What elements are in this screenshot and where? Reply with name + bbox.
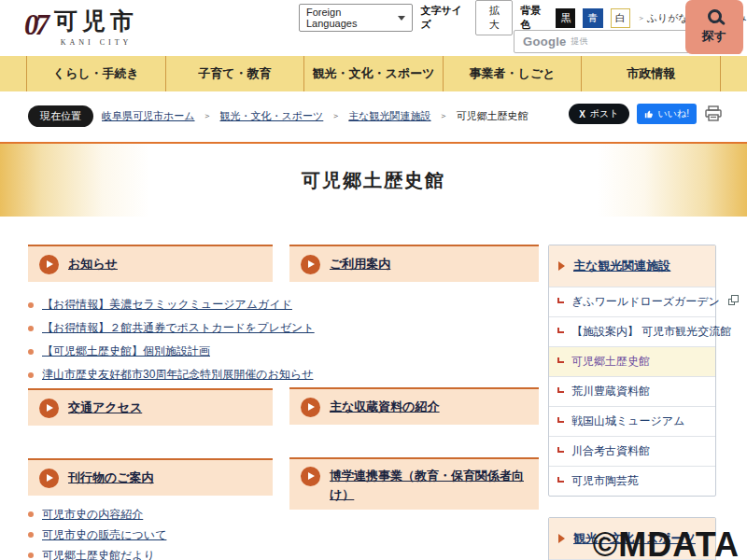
play-icon (39, 469, 59, 488)
section-guide-title[interactable]: ご利用案内 (330, 255, 390, 273)
print-button[interactable] (704, 105, 723, 122)
current-location-badge: 現在位置 (28, 105, 93, 127)
external-link-icon (728, 299, 735, 305)
news-link[interactable]: 【可児郷土歴史館】個別施設計画 (28, 340, 273, 363)
watermark: ©MDATA (593, 528, 740, 560)
sub-level-icon (557, 298, 564, 303)
sidebar-item-sengoku-museum[interactable]: 戦国山城ミュージアム (549, 406, 715, 436)
section-publications-title[interactable]: 刊行物のご案内 (68, 469, 154, 487)
breadcrumb-home-link[interactable]: 岐阜県可児市ホーム (102, 109, 195, 123)
nav-item-government[interactable]: 市政情報 (581, 56, 721, 91)
section-access-header[interactable]: 交通アクセス (28, 388, 273, 426)
play-icon (301, 255, 320, 274)
printer-icon (704, 105, 723, 122)
title-banner: 可児郷土歴史館 (0, 144, 747, 217)
open-search-label: 探す (702, 28, 726, 45)
search-icon (708, 9, 722, 23)
thumbs-up-icon (644, 109, 654, 119)
search-input[interactable]: Google 提供 (514, 30, 689, 53)
nav-item-business[interactable]: 事業者・しごと (443, 56, 582, 91)
publication-link[interactable]: 可児郷土歴史館だより (28, 545, 273, 560)
sidebar: 主な観光関連施設 ぎふワールドローズガーデン 【施設案内】 可児市観光交流館 可… (548, 217, 716, 560)
kani-city-logo-icon: 07 (24, 7, 46, 43)
breadcrumb-separator-icon: ＞ (331, 110, 340, 122)
sidebar-item-rose-garden[interactable]: ぎふワールドローズガーデン (549, 287, 715, 316)
bullet-circle-icon (28, 372, 34, 378)
section-collection-title[interactable]: 主な収蔵資料の紹介 (330, 398, 440, 416)
sub-level-icon (557, 357, 564, 363)
section-collection-header[interactable]: 主な収蔵資料の紹介 (289, 387, 539, 425)
breadcrumb: 現在位置 岐阜県可児市ホーム ＞ 観光・文化・スポーツ ＞ 主な観光関連施設 ＞… (28, 105, 529, 127)
news-links: 【お得情報】美濃セラミックミュージアムガイド 【お得情報】２館共通券でポストカー… (28, 293, 273, 386)
content-middle-column: ご利用案内 主な収蔵資料の紹介 博学連携事業（教育・保育関係者向け） (289, 217, 539, 510)
breadcrumb-separator-icon: ＞ (440, 110, 448, 122)
sidebar-facilities-box: 主な観光関連施設 ぎふワールドローズガーデン 【施設案内】 可児市観光交流館 可… (548, 245, 716, 497)
sidebar-item-tourism-center[interactable]: 【施設案内】 可児市観光交流館 (549, 316, 715, 346)
furigana-link[interactable]: ふりがな (638, 11, 689, 25)
triangle-right-icon (558, 261, 565, 271)
play-icon (39, 255, 59, 274)
foreign-languages-label: Foreign Languages (306, 7, 385, 29)
site-logo[interactable]: 07 可児市 KANI CITY (24, 7, 138, 47)
bg-blue-button[interactable]: 青 (583, 8, 602, 28)
bg-color-label: 背景色 (520, 4, 548, 32)
x-post-button[interactable]: X ポスト (569, 104, 628, 124)
bullet-circle-icon (28, 553, 34, 558)
bullet-circle-icon (28, 511, 34, 517)
site-header: 07 可児市 KANI CITY Foreign Languages 文字サイズ… (0, 0, 747, 56)
sub-level-icon (557, 417, 564, 423)
publication-links: 可児市史の内容紹介 可児市史の販売について 可児郷土歴史館だより (28, 504, 273, 560)
chevron-down-icon (398, 16, 405, 21)
enlarge-button[interactable]: 拡大 (475, 0, 513, 35)
bullet-circle-icon (28, 532, 34, 538)
global-nav: くらし・手続き 子育て・教育 観光・文化・スポーツ 事業者・しごと 市政情報 (0, 56, 747, 91)
section-news-header[interactable]: お知らせ (28, 245, 273, 282)
google-provided-label: 提供 (571, 35, 588, 48)
sidebar-item-history-museum[interactable]: 可児郷土歴史館 (549, 346, 715, 376)
breadcrumb-separator-icon: ＞ (204, 110, 212, 122)
google-logo: Google (523, 35, 567, 49)
breadcrumb-tourism-link[interactable]: 観光・文化・スポーツ (220, 109, 324, 123)
font-size-label: 文字サイズ (420, 4, 468, 32)
sidebar-item-arakawa-museum[interactable]: 荒川豊蔵資料館 (549, 376, 715, 406)
header-controls: Foreign Languages 文字サイズ 拡大 背景色 黒 青 白 ふりが… (299, 7, 747, 28)
section-museum-school-header[interactable]: 博学連携事業（教育・保育関係者向け） (289, 457, 539, 510)
nav-item-tourism[interactable]: 観光・文化・スポーツ (303, 56, 443, 91)
nav-item-childcare[interactable]: 子育て・教育 (165, 56, 304, 91)
sub-level-icon (557, 387, 564, 393)
open-search-tab[interactable]: 探す (685, 0, 743, 54)
bg-black-button[interactable]: 黒 (556, 8, 575, 28)
x-logo-icon: X (579, 109, 585, 119)
publication-link[interactable]: 可児市史の内容紹介 (28, 504, 273, 525)
news-link[interactable]: 【お得情報】美濃セラミックミュージアムガイド (28, 293, 273, 316)
section-access-title[interactable]: 交通アクセス (68, 399, 142, 417)
bg-white-button[interactable]: 白 (611, 8, 630, 28)
sidebar-item-pottery-garden[interactable]: 可児市陶芸苑 (549, 466, 715, 496)
breadcrumb-facilities-link[interactable]: 主な観光関連施設 (348, 109, 430, 123)
content-left-column: お知らせ 【お得情報】美濃セラミックミュージアムガイド 【お得情報】２館共通券で… (28, 217, 273, 560)
section-guide-header[interactable]: ご利用案内 (289, 245, 539, 282)
nav-item-living[interactable]: くらし・手続き (26, 56, 165, 91)
main-content: お知らせ 【お得情報】美濃セラミックミュージアムガイド 【お得情報】２館共通券で… (0, 217, 747, 560)
play-icon (301, 398, 320, 417)
breadcrumb-current-page: 可児郷土歴史館 (457, 109, 529, 123)
news-link[interactable]: 津山市歴史友好都市30周年記念特別展開催のお知らせ (28, 363, 273, 386)
foreign-languages-select[interactable]: Foreign Languages (299, 4, 413, 32)
play-icon (39, 399, 59, 418)
sub-level-icon (557, 477, 564, 483)
logo-title: 可児市 (54, 7, 138, 35)
logo-subtitle: KANI CITY (54, 38, 138, 47)
sub-level-icon (557, 447, 564, 453)
sidebar-facilities-title[interactable]: 主な観光関連施設 (573, 258, 670, 274)
section-publications-header[interactable]: 刊行物のご案内 (28, 458, 273, 496)
facebook-like-button[interactable]: いいね! (637, 104, 697, 124)
bullet-circle-icon (28, 302, 34, 308)
sidebar-item-kawai-museum[interactable]: 川合考古資料館 (549, 436, 715, 466)
sidebar-facilities-header[interactable]: 主な観光関連施設 (549, 245, 715, 287)
section-news-title[interactable]: お知らせ (68, 255, 118, 273)
section-museum-school-title[interactable]: 博学連携事業（教育・保育関係者向け） (330, 467, 528, 503)
breadcrumb-bar: 現在位置 岐阜県可児市ホーム ＞ 観光・文化・スポーツ ＞ 主な観光関連施設 ＞… (0, 91, 747, 142)
news-link[interactable]: 【お得情報】２館共通券でポストカードをプレゼント (28, 316, 273, 340)
publication-link[interactable]: 可児市史の販売について (28, 525, 273, 545)
bullet-circle-icon (28, 326, 34, 331)
